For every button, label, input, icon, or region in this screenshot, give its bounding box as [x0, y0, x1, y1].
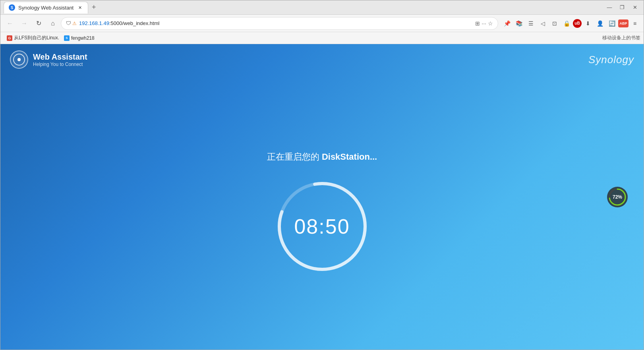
logo-text: Web Assistant Helping You to Connect — [33, 52, 87, 67]
security-icons: 🛡 ⚠ — [66, 20, 77, 26]
minimize-button[interactable]: — — [604, 2, 615, 13]
bookmark-item-lfs[interactable]: G 从LFS到自己的Linux... — [4, 34, 59, 42]
browser-tab[interactable]: S Synology Web Assistant ✕ — [4, 2, 88, 14]
bookmark-label-feng: fengwh218 — [71, 35, 95, 41]
adblock-icon[interactable]: ABP — [618, 19, 629, 27]
restart-prefix: 正在重启您的 — [267, 152, 322, 162]
sidebar-icon[interactable]: ⊡ — [549, 18, 560, 29]
url-text: 192.168.1.49:5000/web_index.html — [79, 20, 473, 26]
maximize-button[interactable]: ❐ — [617, 2, 628, 13]
url-highlight: 192.168.1.49 — [79, 20, 109, 26]
address-bar[interactable]: 🛡 ⚠ 192.168.1.49:5000/web_index.html ⊞ ·… — [61, 17, 498, 30]
reader-icon[interactable]: ◁ — [537, 18, 548, 29]
ublock-icon[interactable]: uB — [573, 19, 582, 28]
new-tab-button[interactable]: + — [88, 2, 99, 13]
progress-badge: 72% — [607, 187, 628, 207]
vpn-icon[interactable]: 🔒 — [561, 18, 572, 29]
title-bar: S Synology Web Assistant ✕ + — ❐ ✕ — [0, 0, 644, 15]
bookmark-item-feng[interactable]: S fengwh218 — [61, 35, 98, 42]
page-header: Web Assistant Helping You to Connect Syn… — [0, 44, 644, 75]
timer-container: 08:50 — [275, 179, 370, 274]
nav-bar: ← → ↻ ⌂ 🛡 ⚠ 192.168.1.49:5000/web_index.… — [0, 15, 644, 32]
address-actions: ⊞ ··· ☆ — [475, 20, 493, 27]
bookmark-label-lfs: 从LFS到自己的Linux... — [14, 35, 59, 41]
bookmarks-bar: G 从LFS到自己的Linux... S fengwh218 移动设备上的书签 — [0, 32, 644, 44]
page-content: Web Assistant Helping You to Connect Syn… — [0, 44, 644, 350]
more-icon[interactable]: ··· — [482, 20, 486, 27]
forward-button[interactable]: → — [18, 17, 31, 30]
restart-message: 正在重启您的 DiskStation... — [267, 151, 377, 163]
window-controls: — ❐ ✕ — [604, 2, 640, 13]
bookmark-icon[interactable]: ☆ — [488, 20, 493, 27]
logo-circle — [10, 50, 28, 69]
logo-title: Web Assistant — [33, 52, 87, 62]
account-icon[interactable]: 👤 — [594, 18, 605, 29]
pockets-icon[interactable]: ☰ — [525, 18, 536, 29]
bookmark-favicon-g: G — [7, 35, 12, 41]
bookmarks-right[interactable]: 移动设备上的书签 — [602, 35, 640, 41]
synology-brand: Synology — [588, 54, 634, 66]
timer-display: 08:50 — [294, 215, 350, 238]
close-button[interactable]: ✕ — [629, 2, 640, 13]
progress-badge-text: 72% — [613, 194, 622, 200]
download-icon[interactable]: ⬇ — [582, 18, 594, 29]
logo-subtitle: Helping You to Connect — [33, 62, 87, 67]
url-rest: :5000/web_index.html — [109, 20, 159, 26]
logo-area: Web Assistant Helping You to Connect — [10, 50, 87, 69]
progress-badge-inner: 72% — [608, 188, 627, 207]
library-icon[interactable]: 📚 — [513, 18, 524, 29]
shield-icon: 🛡 — [66, 20, 71, 26]
reload-button[interactable]: ↻ — [32, 17, 45, 30]
tab-title: Synology Web Assistant — [18, 5, 73, 11]
warning-icon: ⚠ — [72, 21, 77, 26]
back-button[interactable]: ← — [4, 17, 16, 30]
logo-inner-circle — [13, 54, 25, 66]
bookmark-favicon-s: S — [64, 35, 70, 41]
menu-icon[interactable]: ≡ — [629, 18, 640, 29]
main-content: 正在重启您的 DiskStation... 08:50 — [0, 75, 644, 350]
grid-icon[interactable]: ⊞ — [475, 20, 480, 27]
restart-bold: DiskStation... — [322, 152, 377, 162]
tab-close-button[interactable]: ✕ — [77, 4, 83, 11]
browser-window: S Synology Web Assistant ✕ + — ❐ ✕ ← → ↻… — [0, 0, 644, 350]
logo-dot — [17, 58, 21, 61]
toolbar-right: 📌 📚 ☰ ◁ ⊡ 🔒 uB ⬇ 👤 🔄 ABP ≡ — [501, 18, 640, 29]
sync-icon[interactable]: 🔄 — [606, 18, 617, 29]
pin-icon[interactable]: 📌 — [501, 18, 512, 29]
tab-favicon: S — [9, 4, 15, 11]
home-button[interactable]: ⌂ — [46, 17, 59, 30]
